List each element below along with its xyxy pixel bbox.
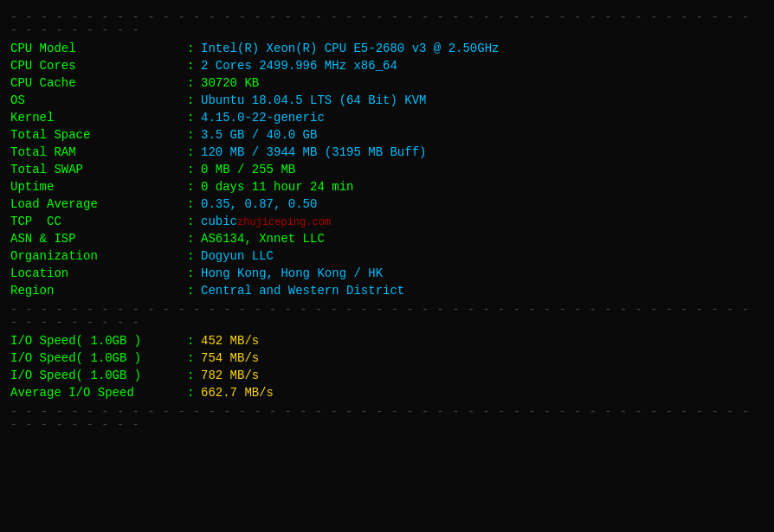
info-value: 120 MB / 3944 MB (3195 MB Buff) (201, 144, 764, 161)
info-value: Dogyun LLC (201, 247, 764, 265)
colon-separator: : (184, 367, 201, 384)
info-label: TCP CC (10, 213, 184, 230)
info-value: 0 MB / 255 MB (201, 161, 764, 178)
io-value: 782 MB/s (201, 367, 764, 384)
colon-separator: : (184, 282, 201, 299)
info-label: CPU Model (10, 40, 184, 57)
info-label: CPU Cores (10, 57, 184, 74)
info-label: Load Average (10, 195, 184, 213)
io-value: 754 MB/s (201, 349, 764, 367)
colon-separator: : (184, 384, 201, 401)
info-value: Hong Kong, Hong Kong / HK (201, 265, 764, 282)
info-value: cubiczhujiceping.com (201, 213, 764, 230)
colon-separator: : (184, 213, 201, 230)
mid-divider: - - - - - - - - - - - - - - - - - - - - … (10, 303, 764, 329)
info-value: 0 days 11 hour 24 min (201, 178, 764, 195)
colon-separator: : (184, 92, 201, 109)
colon-separator: : (184, 332, 201, 349)
info-label: Region (10, 282, 184, 299)
info-value: 0.35, 0.87, 0.50 (201, 195, 764, 213)
info-label: Total SWAP (10, 161, 184, 178)
info-label: Uptime (10, 178, 184, 195)
info-value: AS6134, Xnnet LLC (201, 230, 764, 247)
info-value: Ubuntu 18.04.5 LTS (64 Bit) KVM (201, 92, 764, 109)
info-label: Organization (10, 247, 184, 265)
colon-separator: : (184, 230, 201, 247)
info-label: Total RAM (10, 144, 184, 161)
top-divider: - - - - - - - - - - - - - - - - - - - - … (10, 10, 764, 36)
colon-separator: : (184, 40, 201, 57)
info-value: Intel(R) Xeon(R) CPU E5-2680 v3 @ 2.50GH… (201, 40, 764, 57)
info-label: CPU Cache (10, 74, 184, 92)
bottom-divider: - - - - - - - - - - - - - - - - - - - - … (10, 405, 764, 431)
colon-separator: : (184, 195, 201, 213)
io-value: 662.7 MB/s (201, 384, 764, 401)
colon-separator: : (184, 57, 201, 74)
info-value: 3.5 GB / 40.0 GB (201, 126, 764, 144)
colon-separator: : (184, 74, 201, 92)
io-label: I/O Speed( 1.0GB ) (10, 367, 184, 384)
system-info-section: CPU Model:Intel(R) Xeon(R) CPU E5-2680 v… (10, 40, 764, 299)
colon-separator: : (184, 349, 201, 367)
colon-separator: : (184, 265, 201, 282)
info-value: Central and Western District (201, 282, 764, 299)
info-label: OS (10, 92, 184, 109)
io-label: Average I/O Speed (10, 384, 184, 401)
io-label: I/O Speed( 1.0GB ) (10, 332, 184, 349)
io-label: I/O Speed( 1.0GB ) (10, 349, 184, 367)
info-label: Kernel (10, 109, 184, 126)
info-value: 30720 KB (201, 74, 764, 92)
colon-separator: : (184, 178, 201, 195)
info-value: 2 Cores 2499.996 MHz x86_64 (201, 57, 764, 74)
colon-separator: : (184, 247, 201, 265)
info-label: Location (10, 265, 184, 282)
io-info-section: I/O Speed( 1.0GB ):452 MB/sI/O Speed( 1.… (10, 332, 764, 401)
colon-separator: : (184, 126, 201, 144)
info-label: Total Space (10, 126, 184, 144)
io-value: 452 MB/s (201, 332, 764, 349)
info-value: 4.15.0-22-generic (201, 109, 764, 126)
colon-separator: : (184, 161, 201, 178)
colon-separator: : (184, 144, 201, 161)
watermark-text: zhujiceping.com (237, 216, 331, 228)
info-label: ASN & ISP (10, 230, 184, 247)
colon-separator: : (184, 109, 201, 126)
